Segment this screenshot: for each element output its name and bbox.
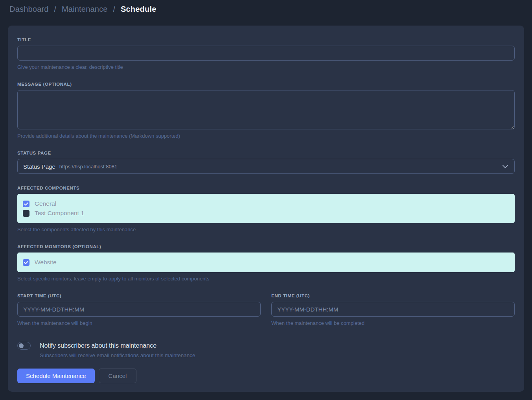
affected-components-group: AFFECTED COMPONENTS General Test Compone…: [17, 186, 515, 232]
end-time-label: END TIME (UTC): [271, 293, 515, 298]
title-group: TITLE Give your maintenance a clear, des…: [17, 37, 515, 70]
monitor-option-website[interactable]: Website: [23, 258, 509, 267]
checkbox[interactable]: [23, 201, 29, 207]
notify-label: Notify subscribers about this maintenanc…: [40, 342, 156, 349]
check-icon: [24, 202, 28, 206]
affected-monitors-group: AFFECTED MONITORS (OPTIONAL) Website Sel…: [17, 244, 515, 282]
status-page-label: STATUS PAGE: [17, 151, 515, 155]
message-helper: Provide additional details about the mai…: [17, 133, 515, 139]
breadcrumb-dashboard[interactable]: Dashboard: [9, 5, 49, 13]
message-label: MESSAGE (OPTIONAL): [17, 82, 515, 87]
top-bar: Dashboard / Maintenance / Schedule: [0, 0, 532, 18]
monitor-option-label: Website: [35, 259, 57, 266]
cancel-button[interactable]: Cancel: [99, 369, 137, 383]
check-icon: [24, 261, 28, 264]
toggle-knob: [19, 343, 24, 348]
end-time-helper: When the maintenance will be completed: [271, 320, 515, 326]
notify-group: Notify subscribers about this maintenanc…: [17, 342, 515, 358]
component-option-label: Test Component 1: [35, 210, 84, 217]
component-option-label: General: [35, 200, 56, 207]
status-page-group: STATUS PAGE Status Page https://hsp.loca…: [17, 151, 515, 174]
breadcrumb-current-schedule: Schedule: [121, 5, 156, 13]
title-helper: Give your maintenance a clear, descripti…: [17, 64, 515, 70]
title-input[interactable]: [17, 46, 515, 61]
chevron-down-icon: [503, 165, 508, 168]
breadcrumb: Dashboard / Maintenance / Schedule: [9, 5, 523, 14]
maintenance-form-card: TITLE Give your maintenance a clear, des…: [8, 26, 524, 392]
message-group: MESSAGE (OPTIONAL) Provide additional de…: [17, 82, 515, 139]
start-time-input[interactable]: [17, 302, 261, 317]
checkbox[interactable]: [23, 259, 29, 266]
breadcrumb-maintenance[interactable]: Maintenance: [62, 5, 108, 13]
checkbox[interactable]: [23, 210, 29, 217]
start-time-label: START TIME (UTC): [17, 293, 261, 298]
affected-monitors-box: Website: [17, 253, 515, 272]
end-time-group: END TIME (UTC) When the maintenance will…: [271, 293, 515, 326]
affected-monitors-label: AFFECTED MONITORS (OPTIONAL): [17, 244, 515, 249]
status-page-select[interactable]: Status Page https://hsp.localhost:8081: [17, 159, 515, 174]
breadcrumb-separator: /: [54, 5, 56, 13]
affected-components-helper: Select the components affected by this m…: [17, 227, 515, 232]
schedule-maintenance-button[interactable]: Schedule Maintenance: [17, 369, 95, 383]
action-buttons: Schedule Maintenance Cancel: [17, 369, 515, 383]
status-page-selected-name: Status Page: [23, 163, 55, 170]
component-option-general[interactable]: General: [23, 199, 509, 208]
component-option-test-component-1[interactable]: Test Component 1: [23, 208, 509, 218]
end-time-input[interactable]: [271, 302, 515, 317]
affected-monitors-helper: Select specific monitors; leave empty to…: [17, 276, 515, 282]
status-page-selected-url: https://hsp.localhost:8081: [59, 164, 117, 170]
start-time-helper: When the maintenance will begin: [17, 320, 261, 326]
affected-components-box: General Test Component 1: [17, 194, 515, 223]
breadcrumb-separator: /: [113, 5, 115, 13]
start-time-group: START TIME (UTC) When the maintenance wi…: [17, 293, 261, 326]
affected-components-label: AFFECTED COMPONENTS: [17, 186, 515, 190]
title-label: TITLE: [17, 37, 515, 42]
notify-helper: Subscribers will receive email notificat…: [40, 352, 515, 358]
notify-toggle[interactable]: [17, 342, 31, 350]
message-textarea[interactable]: [17, 90, 515, 129]
time-row: START TIME (UTC) When the maintenance wi…: [17, 293, 515, 326]
